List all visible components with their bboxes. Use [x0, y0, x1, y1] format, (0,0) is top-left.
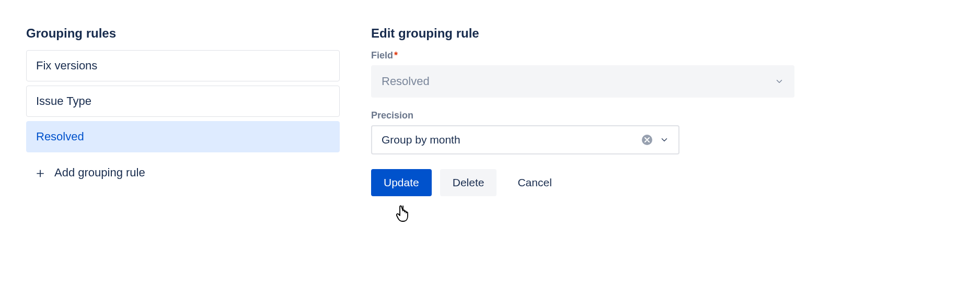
precision-label: Precision	[371, 110, 794, 121]
clear-icon[interactable]	[642, 135, 652, 145]
grouping-rules-title: Grouping rules	[26, 26, 340, 41]
add-grouping-rule-button[interactable]: ＋ Add grouping rule	[26, 157, 340, 180]
rule-item-label: Fix versions	[36, 59, 97, 72]
precision-select[interactable]: Group by month	[371, 125, 679, 154]
add-rule-label: Add grouping rule	[54, 166, 145, 180]
plus-icon: ＋	[33, 166, 47, 180]
rule-item-resolved[interactable]: Resolved	[26, 121, 340, 152]
rule-item-issue-type[interactable]: Issue Type	[26, 86, 340, 117]
edit-grouping-rule-title: Edit grouping rule	[371, 26, 794, 41]
rule-list: Fix versions Issue Type Resolved	[26, 50, 340, 152]
field-select[interactable]: Resolved	[371, 65, 794, 98]
cursor-pointer-icon	[396, 204, 413, 222]
edit-grouping-rule-panel: Edit grouping rule Field* Resolved Preci…	[371, 26, 794, 196]
delete-button[interactable]: Delete	[440, 169, 497, 196]
precision-select-value: Group by month	[382, 134, 460, 146]
cancel-button[interactable]: Cancel	[505, 169, 564, 196]
field-label: Field*	[371, 50, 794, 61]
field-form-group: Field* Resolved	[371, 50, 794, 98]
rule-item-label: Issue Type	[36, 94, 91, 107]
field-select-value: Resolved	[382, 75, 430, 88]
rule-item-label: Resolved	[36, 130, 84, 143]
chevron-down-icon	[775, 77, 784, 86]
chevron-down-icon[interactable]	[660, 135, 669, 145]
button-row: Update Delete Cancel	[371, 169, 794, 196]
required-asterisk: *	[394, 50, 398, 61]
precision-form-group: Precision Group by month	[371, 110, 794, 154]
grouping-rules-panel: Grouping rules Fix versions Issue Type R…	[26, 26, 340, 196]
update-button[interactable]: Update	[371, 169, 432, 196]
rule-item-fix-versions[interactable]: Fix versions	[26, 50, 340, 81]
